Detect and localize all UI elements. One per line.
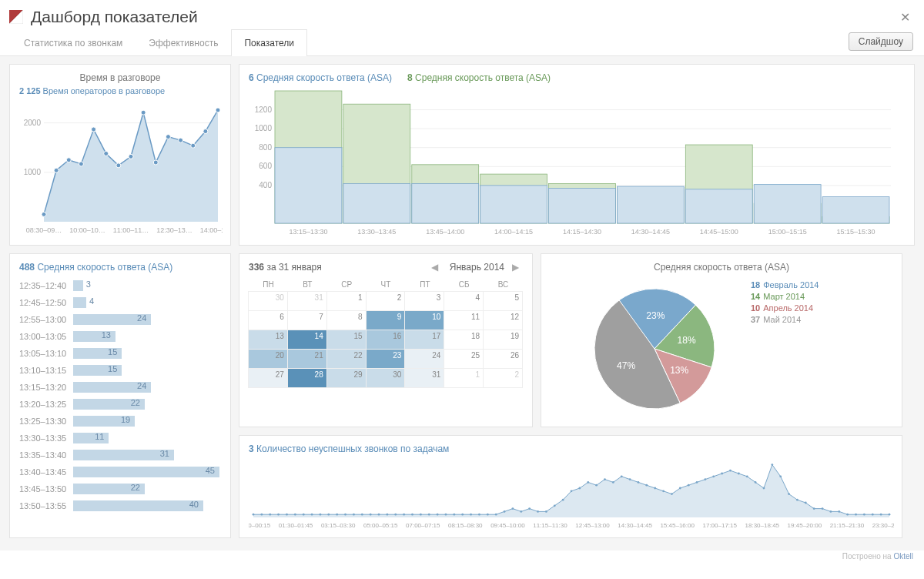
svg-point-111 [638, 481, 640, 484]
svg-rect-47 [549, 189, 616, 223]
svg-point-65 [253, 514, 255, 516]
cal-next-icon[interactable]: ▶ [512, 262, 523, 273]
failed-value: 3 [249, 443, 254, 454]
cal-cell[interactable]: 30 [366, 368, 406, 388]
cal-cell[interactable]: 1 [326, 291, 367, 311]
cal-cell[interactable]: 29 [326, 368, 367, 388]
close-icon[interactable]: ✕ [900, 10, 910, 25]
svg-point-89 [453, 514, 455, 516]
cal-cell[interactable]: 26 [483, 349, 523, 369]
cal-cell[interactable]: 31 [287, 291, 327, 311]
talk-time-label: Время операторов в разговоре [43, 86, 166, 95]
cal-cell[interactable]: 21 [287, 349, 327, 369]
svg-point-120 [712, 475, 715, 477]
cal-month-label: Январь 2014 [450, 262, 504, 273]
cal-cell[interactable]: 2 [483, 368, 523, 388]
hbar-label: 13:40–13:45 [19, 467, 73, 477]
svg-text:1200: 1200 [255, 105, 273, 114]
cal-weekday: СР [327, 277, 367, 292]
svg-point-99 [537, 510, 539, 513]
cal-cell[interactable]: 12 [483, 310, 523, 330]
asa-dual-l2: Средняя скорость ответа (ASA) [415, 72, 551, 83]
svg-point-92 [478, 514, 480, 516]
svg-point-137 [855, 514, 857, 516]
tab-call-stats[interactable]: Статистика по звонкам [11, 29, 136, 56]
svg-rect-46 [480, 186, 547, 223]
cal-weekday: СБ [444, 277, 484, 292]
cal-cell[interactable]: 18 [444, 330, 484, 350]
svg-point-87 [437, 514, 439, 516]
svg-text:18%: 18% [678, 335, 696, 346]
hbar-row: 13:10–13:1515 [19, 362, 221, 379]
svg-point-72 [311, 514, 313, 516]
svg-point-97 [520, 510, 522, 513]
hbar-label: 13:25–13:30 [19, 417, 73, 426]
svg-point-115 [671, 493, 673, 495]
cal-cell[interactable]: 13 [248, 330, 288, 350]
svg-text:19:45–20:00: 19:45–20:00 [788, 522, 822, 529]
hbar-row: 12:55–13:0024 [19, 311, 221, 328]
footer-link[interactable]: Oktell [893, 552, 913, 561]
svg-point-13 [153, 160, 158, 165]
svg-text:21:15–21:30: 21:15–21:30 [830, 522, 865, 529]
cal-prev-icon[interactable]: ◀ [431, 262, 442, 273]
hbar-row: 13:45–13:5022 [19, 480, 221, 497]
cal-cell[interactable]: 28 [287, 368, 327, 388]
cal-cell[interactable]: 24 [404, 349, 444, 369]
svg-text:15:45–16:00: 15:45–16:00 [660, 522, 695, 529]
cal-cell[interactable]: 10 [404, 310, 444, 330]
hbar-bar: 24 [73, 382, 151, 393]
cal-cell[interactable]: 31 [404, 368, 444, 388]
svg-point-79 [370, 514, 372, 516]
cal-cell[interactable]: 22 [326, 349, 367, 369]
cal-cell[interactable]: 15 [326, 330, 367, 350]
cal-cell[interactable]: 11 [444, 310, 484, 330]
hbar-bar: 22 [73, 484, 145, 494]
cal-cell[interactable]: 14 [287, 330, 327, 350]
cal-cell[interactable]: 19 [483, 330, 523, 350]
svg-point-85 [420, 514, 422, 516]
svg-point-80 [378, 514, 380, 516]
pie-title: Средняя скорость ответа (ASA) [551, 262, 892, 273]
asa-hbar-label: Средняя скорость ответа (ASA) [37, 262, 172, 273]
slideshow-button[interactable]: Слайдшоу [849, 32, 913, 51]
hbar-label: 13:35–13:40 [19, 450, 73, 460]
failed-label: Количество неуспешных звонков по задачам [256, 443, 449, 454]
hbar-row: 13:35–13:4031 [19, 447, 221, 464]
cal-cell[interactable]: 27 [248, 368, 288, 388]
cal-cell[interactable]: 1 [444, 368, 484, 388]
cal-cell[interactable]: 17 [404, 330, 444, 350]
svg-point-93 [487, 514, 489, 516]
cal-cell[interactable]: 6 [248, 310, 288, 330]
cal-cell[interactable]: 7 [287, 310, 327, 330]
footer-credit: Построено на Oktell [0, 551, 924, 565]
cal-cell[interactable]: 5 [483, 291, 523, 311]
hbar-label: 12:35–12:40 [19, 281, 73, 290]
svg-point-108 [612, 481, 614, 484]
cal-cell[interactable]: 2 [366, 291, 406, 311]
cal-cell[interactable]: 30 [248, 291, 288, 311]
hbar-bar: 15 [73, 365, 122, 376]
tab-indicators[interactable]: Показатели [231, 29, 307, 56]
svg-point-114 [662, 490, 665, 492]
svg-point-122 [729, 470, 732, 472]
asa-dual-l1: Средняя скорость ответа (ASA) [256, 72, 392, 83]
svg-point-131 [805, 502, 807, 504]
talk-time-chart: 1000200008:30–09…10:00–10…11:00–11…12:30… [19, 99, 223, 236]
tab-efficiency[interactable]: Эффективность [136, 29, 231, 56]
cal-cell[interactable]: 3 [404, 291, 444, 311]
cal-cell[interactable]: 16 [366, 330, 406, 350]
svg-text:1000: 1000 [255, 124, 273, 132]
svg-text:08:15–08:30: 08:15–08:30 [448, 522, 483, 529]
cal-cell[interactable]: 8 [326, 310, 367, 330]
cal-cell[interactable]: 25 [444, 349, 484, 369]
cal-cell[interactable]: 4 [444, 291, 484, 311]
svg-point-9 [104, 151, 109, 156]
cal-cell[interactable]: 23 [366, 349, 406, 369]
svg-point-125 [755, 481, 757, 484]
cal-cell[interactable]: 20 [248, 349, 288, 369]
panel-asa-dual: 6 Средняя скорость ответа (ASA) 8 Средня… [239, 64, 915, 246]
svg-point-139 [872, 514, 874, 516]
svg-point-126 [763, 487, 765, 490]
cal-cell[interactable]: 9 [366, 310, 406, 330]
